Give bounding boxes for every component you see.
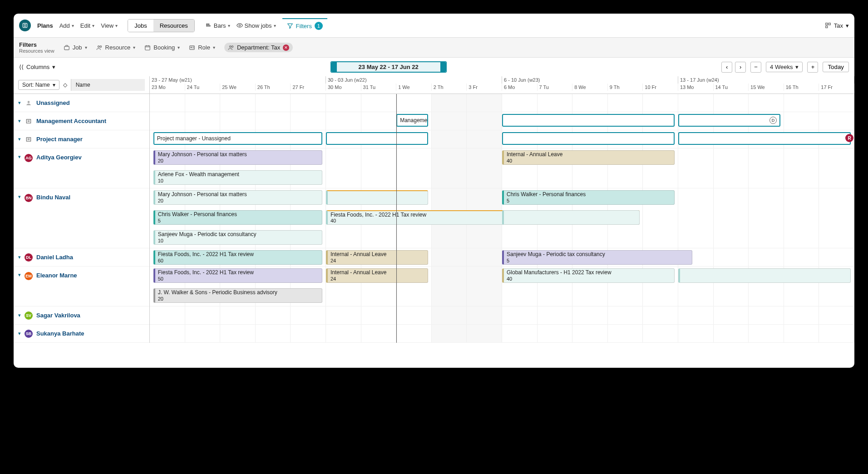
zoom-out-button[interactable]: − [750, 62, 761, 73]
resource-row-person[interactable]: ▾ SV Sagar Vakrilova [14, 306, 149, 325]
svg-point-13 [229, 45, 231, 47]
resource-row-person[interactable]: ▾ AG Aditya Georgiev [14, 148, 149, 188]
columns-toggle[interactable]: ⟨⟨ Columns ▾ [19, 64, 55, 70]
name-column-header[interactable]: Name [71, 79, 145, 91]
resource-row-person[interactable]: ▾ EM Eleanor Marne [14, 267, 149, 306]
add-menu[interactable]: Add▾ [59, 22, 74, 29]
resource-row-unassigned[interactable]: ▾ Unassigned [14, 94, 149, 112]
app-logo-icon[interactable] [19, 20, 31, 31]
today-button[interactable]: Today [823, 62, 849, 72]
chevron-down-icon[interactable]: ▾ [18, 154, 21, 160]
chevron-down-icon[interactable]: ▾ [18, 312, 21, 318]
resource-row-person[interactable]: ▾ BN Bindu Naval [14, 188, 149, 248]
jobs-toggle[interactable]: Jobs [128, 20, 153, 32]
booking-bar[interactable]: Fiesta Foods, Inc. - 2022 H1 Tax review5… [153, 268, 322, 283]
chevron-down-icon: ▾ [178, 45, 180, 50]
booking-bar[interactable]: Internal - Annual Leave24 [326, 268, 428, 283]
chevron-down-icon: ▾ [274, 23, 276, 28]
booking-bar[interactable]: Sanjeev Muga - Periodic tax consultancy1… [153, 230, 322, 245]
timeline: Management Accountant - Unassigned D Pro… [150, 94, 854, 343]
chevron-down-icon[interactable]: ▾ [18, 254, 21, 260]
booking-bar[interactable]: Arlene Fox - Wealth management10 [153, 170, 322, 185]
list-icon [25, 135, 33, 143]
svg-rect-2 [207, 25, 210, 26]
booking-bar[interactable]: Fiesta Foods, Inc. - 2022 H1 Tax review6… [153, 250, 322, 265]
booking-bar[interactable] [326, 190, 428, 205]
svg-point-15 [28, 101, 30, 103]
r-badge: R [845, 134, 853, 142]
booking-bar[interactable] [502, 114, 675, 127]
sort-direction-icon[interactable]: ◇ [63, 82, 67, 88]
chevron-down-icon: ▾ [115, 23, 118, 28]
booking-bar[interactable] [326, 132, 428, 145]
date-range-slider[interactable]: 23 May 22 - 17 Jun 22 [330, 61, 447, 73]
chevron-down-icon[interactable]: ▾ [18, 100, 21, 106]
timeline-row [150, 94, 854, 112]
chevron-down-icon[interactable]: ▾ [18, 136, 21, 142]
filter-department-chip[interactable]: Department: Tax ✕ [224, 43, 293, 52]
week-header: 13 - 17 Jun (w24) [678, 76, 854, 84]
resource-row-role[interactable]: ▾ Project manager [14, 130, 149, 148]
booking-bar[interactable] [678, 268, 851, 283]
resource-row-person[interactable]: ▾ SB Sukanya Barhate [14, 325, 149, 343]
chevron-down-icon: ▾ [795, 64, 799, 70]
filter-role[interactable]: Role▾ [189, 44, 215, 51]
booking-bar[interactable] [678, 132, 851, 145]
svg-rect-10 [145, 45, 150, 49]
chevron-down-icon: ▾ [52, 64, 55, 70]
avatar: AG [25, 154, 33, 162]
plans-link[interactable]: Plans [37, 22, 53, 29]
booking-bar[interactable] [502, 132, 675, 145]
zoom-select[interactable]: 4 Weeks ▾ [766, 62, 803, 72]
booking-bar[interactable]: Management Accountant - Unassigned [396, 114, 428, 127]
booking-bar[interactable]: J. W. Walker & Sons - Periodic Business … [153, 288, 322, 303]
svg-point-9 [100, 45, 102, 47]
booking-bar[interactable]: Mary Johnson - Personal tax matters20 [153, 190, 322, 205]
booking-bar[interactable]: Internal - Annual Leave24 [326, 250, 428, 265]
svg-point-14 [232, 45, 233, 47]
show-jobs-menu[interactable]: Show jobs▾ [237, 22, 276, 29]
booking-bar[interactable]: Global Manufacturers - H1 2022 Tax revie… [502, 268, 675, 283]
chevron-down-icon[interactable]: ▾ [18, 272, 21, 278]
resource-row-person[interactable]: ▾ DL Daniel Ladha [14, 248, 149, 267]
resource-row-role[interactable]: ▾ Management Accountant [14, 112, 149, 130]
booking-bar[interactable]: Project manager - Unassigned [153, 132, 322, 145]
booking-bar[interactable]: Chris Walker - Personal finances5 [502, 190, 675, 205]
chevron-down-icon: ▾ [85, 45, 87, 50]
filter-resource[interactable]: Resource▾ [96, 44, 136, 51]
resource-list: ▾ Unassigned ▾ Management Accountant ▾ P… [14, 94, 150, 343]
chevron-down-icon: ▾ [846, 22, 849, 29]
chevron-down-icon[interactable]: ▾ [18, 194, 21, 200]
chevron-down-icon: ▾ [228, 23, 230, 28]
booking-bar[interactable] [502, 210, 640, 225]
next-button[interactable]: › [735, 62, 746, 73]
timeline-row: Fiesta Foods, Inc. - 2022 H1 Tax review6… [150, 248, 854, 267]
nav-buttons: ‹ › [721, 62, 746, 73]
booking-bar[interactable]: Chris Walker - Personal finances5 [153, 210, 322, 225]
prev-button[interactable]: ‹ [721, 62, 732, 73]
svg-rect-1 [207, 24, 209, 25]
view-menu[interactable]: View▾ [101, 22, 118, 29]
users-icon [228, 44, 234, 51]
booking-bar[interactable]: Internal - Annual Leave40 [502, 150, 675, 165]
today-line [396, 94, 397, 343]
context-menu[interactable]: Tax▾ [825, 22, 849, 29]
filter-bar: Filters Resources view Job▾ Resource▾ Bo… [14, 38, 854, 58]
booking-bar[interactable]: D [678, 114, 780, 127]
bars-menu[interactable]: Bars▾ [206, 22, 230, 29]
eye-icon [237, 22, 243, 29]
booking-bar[interactable]: Sanjeev Muga - Periodic tax consultancy5 [502, 250, 692, 265]
filters-button[interactable]: Filters 1 [282, 18, 327, 33]
edit-menu[interactable]: Edit▾ [80, 22, 94, 29]
chevron-down-icon[interactable]: ▾ [18, 331, 21, 336]
sort-select[interactable]: Sort: Name ▾ [18, 80, 59, 90]
booking-bar[interactable]: Mary Johnson - Personal tax matters20 [153, 150, 322, 165]
filter-booking[interactable]: Booking▾ [144, 44, 180, 51]
filter-job[interactable]: Job▾ [64, 44, 87, 51]
remove-filter-icon[interactable]: ✕ [283, 44, 289, 51]
resources-toggle[interactable]: Resources [153, 20, 194, 32]
chevron-down-icon[interactable]: ▾ [18, 118, 21, 124]
users-icon [96, 44, 103, 51]
zoom-in-button[interactable]: + [807, 62, 818, 73]
avatar: EM [25, 272, 33, 280]
